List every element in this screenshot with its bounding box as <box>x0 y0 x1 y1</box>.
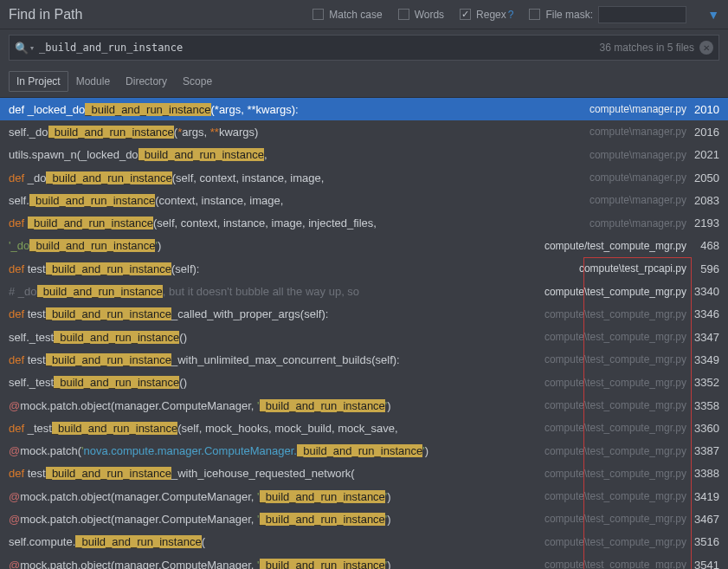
result-row[interactable]: @mock.patch.object(manager.ComputeManage… <box>0 553 728 569</box>
result-file: compute\manager.py <box>581 171 686 184</box>
result-code: '_do_build_and_run_instance') <box>9 239 536 252</box>
result-code: utils.spawn_n(_locked_do_build_and_run_i… <box>9 148 581 161</box>
result-code: @mock.patch.object(manager.ComputeManage… <box>9 399 536 412</box>
result-code: @mock.patch.object(manager.ComputeManage… <box>9 490 536 503</box>
result-code: def _do_build_and_run_instance(self, con… <box>9 171 581 184</box>
result-row[interactable]: def test_build_and_run_instance_called_w… <box>0 303 728 326</box>
result-file: compute\manager.py <box>581 103 686 115</box>
match-case-label: Match case <box>329 9 382 21</box>
result-row[interactable]: def _test_build_and_run_instance(self, m… <box>0 417 728 439</box>
result-row[interactable]: utils.spawn_n(_locked_do_build_and_run_i… <box>0 144 728 166</box>
result-line: 2083 <box>686 194 719 207</box>
result-file: compute\test_compute_mgr.py <box>536 422 686 434</box>
result-code: def test_build_and_run_instance_with_unl… <box>9 353 536 366</box>
tab-scope[interactable]: Scope <box>175 71 220 92</box>
result-row[interactable]: '_do_build_and_run_instance')compute/tes… <box>0 235 728 257</box>
result-row[interactable]: def _do_build_and_run_instance(self, con… <box>0 166 728 189</box>
result-line: 3516 <box>686 535 719 548</box>
result-code: self._test_build_and_run_instance() <box>9 331 536 344</box>
result-file: compute\test_compute_mgr.py <box>536 445 686 457</box>
result-file: compute\test_compute_mgr.py <box>536 490 686 502</box>
result-line: 3360 <box>686 422 719 435</box>
search-input[interactable]: _build_and_run_instance <box>39 42 600 54</box>
file-mask-input[interactable] <box>598 6 686 23</box>
result-row[interactable]: def test_build_and_run_instance_with_unl… <box>0 348 728 371</box>
result-line: 3347 <box>686 331 719 344</box>
result-code: def test_build_and_run_instance_called_w… <box>9 307 536 320</box>
dialog-title: Find in Path <box>9 7 82 23</box>
file-mask-option[interactable]: File mask: <box>529 6 686 23</box>
result-row[interactable]: def test_build_and_run_instance(self):co… <box>0 257 728 280</box>
result-line: 3340 <box>686 285 719 298</box>
regex-label: Regex <box>476 9 506 21</box>
clear-icon[interactable]: ✕ <box>699 41 713 55</box>
result-line: 3419 <box>686 490 719 503</box>
regex-option[interactable]: Regex ? <box>460 9 513 21</box>
result-row[interactable]: self._build_and_run_instance(context, in… <box>0 189 728 211</box>
result-file: compute\manager.py <box>581 126 686 138</box>
result-code: self.compute._build_and_run_instance( <box>9 535 536 548</box>
result-row[interactable]: @mock.patch.object(manager.ComputeManage… <box>0 485 728 508</box>
result-line: 2016 <box>686 126 719 139</box>
result-row[interactable]: @mock.patch.object(manager.ComputeManage… <box>0 394 728 417</box>
result-file: compute\test_compute_mgr.py <box>536 536 686 548</box>
result-file: compute\manager.py <box>581 217 686 230</box>
result-code: @mock.patch.object(manager.ComputeManage… <box>9 559 536 569</box>
result-file: compute\test_compute_mgr.py <box>536 468 686 480</box>
result-file: compute\test_compute_mgr.py <box>536 377 686 389</box>
result-code: def _build_and_run_instance(self, contex… <box>9 217 581 230</box>
result-row[interactable]: self._do_build_and_run_instance(*args, *… <box>0 120 728 143</box>
search-bar[interactable]: 🔍 ▾ _build_and_run_instance 36 matches i… <box>9 35 719 61</box>
result-row[interactable]: self._test_build_and_run_instance()compu… <box>0 326 728 348</box>
help-icon[interactable]: ? <box>508 9 514 21</box>
result-code: # _do_build_and_run_instance, but it doe… <box>9 285 536 298</box>
results-list: def _locked_do_build_and_run_instance(*a… <box>0 97 728 569</box>
result-row[interactable]: # _do_build_and_run_instance, but it doe… <box>0 280 728 302</box>
result-file: compute\test_compute_mgr.py <box>536 308 686 320</box>
result-row[interactable]: self.compute._build_and_run_instance(com… <box>0 531 728 553</box>
result-row[interactable]: self._test_build_and_run_instance()compu… <box>0 372 728 394</box>
search-icon: 🔍 <box>15 42 29 55</box>
result-file: compute\manager.py <box>581 194 686 206</box>
result-line: 468 <box>686 239 719 252</box>
tab-module[interactable]: Module <box>68 71 118 92</box>
checkbox-icon <box>460 9 471 20</box>
tab-in-project[interactable]: In Project <box>9 71 68 92</box>
result-line: 3387 <box>686 444 719 457</box>
result-file: compute\manager.py <box>581 149 686 161</box>
words-option[interactable]: Words <box>398 9 444 21</box>
result-file: compute\test_compute_mgr.py <box>536 286 686 298</box>
scope-tabs: In Project Module Directory Scope <box>0 61 728 97</box>
title-bar: Find in Path Match case Words Regex ? Fi… <box>0 0 728 29</box>
file-mask-label: File mask: <box>545 9 593 21</box>
match-summary: 36 matches in 5 files <box>600 42 694 54</box>
result-code: def _test_build_and_run_instance(self, m… <box>9 422 536 435</box>
result-row[interactable]: def _locked_do_build_and_run_instance(*a… <box>0 98 728 120</box>
result-line: 3467 <box>686 513 719 526</box>
result-file: compute/test_compute_mgr.py <box>536 240 686 252</box>
result-row[interactable]: @mock.patch('nova.compute.manager.Comput… <box>0 439 728 462</box>
result-line: 3541 <box>686 559 719 569</box>
result-row[interactable]: def _build_and_run_instance(self, contex… <box>0 211 728 234</box>
match-case-option[interactable]: Match case <box>312 9 382 21</box>
result-code: def _locked_do_build_and_run_instance(*a… <box>9 103 581 116</box>
checkbox-icon <box>529 9 540 20</box>
checkbox-icon <box>312 9 324 20</box>
result-line: 3352 <box>686 376 719 389</box>
result-file: compute\test_compute_mgr.py <box>536 353 686 365</box>
history-chevron-icon[interactable]: ▾ <box>30 44 34 52</box>
tab-directory[interactable]: Directory <box>118 71 175 92</box>
result-line: 596 <box>686 262 719 275</box>
result-line: 2193 <box>686 217 719 230</box>
result-code: @mock.patch.object(manager.ComputeManage… <box>9 513 536 526</box>
result-code: self._test_build_and_run_instance() <box>9 376 536 389</box>
words-label: Words <box>415 9 444 21</box>
result-row[interactable]: def test_build_and_run_instance_with_ice… <box>0 462 728 485</box>
result-line: 2050 <box>686 171 719 184</box>
result-line: 2010 <box>686 103 719 116</box>
result-file: compute\test_compute_mgr.py <box>536 513 686 525</box>
filter-icon[interactable]: ▼ <box>707 8 719 22</box>
result-row[interactable]: @mock.patch.object(manager.ComputeManage… <box>0 508 728 530</box>
result-file: compute\test_compute_mgr.py <box>536 559 686 569</box>
result-line: 3358 <box>686 399 719 412</box>
